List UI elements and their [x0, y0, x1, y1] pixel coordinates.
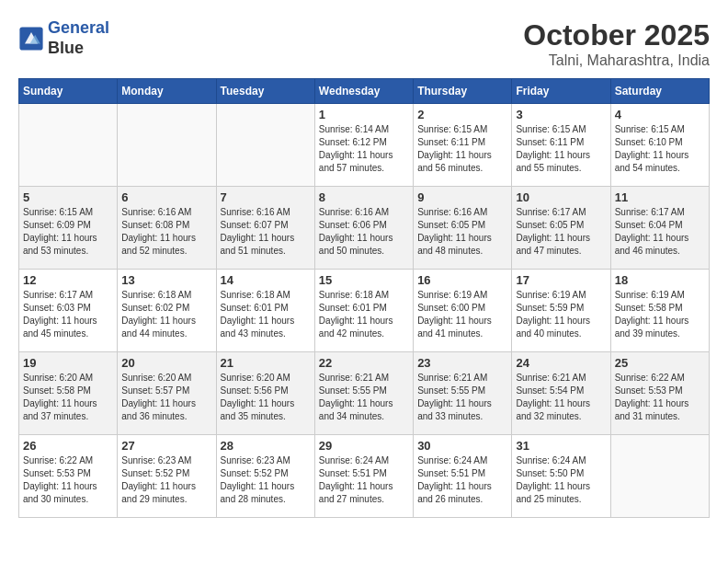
calendar-cell	[610, 435, 709, 518]
calendar-cell: 31Sunrise: 6:24 AM Sunset: 5:50 PM Dayli…	[512, 435, 610, 518]
calendar-cell: 26Sunrise: 6:22 AM Sunset: 5:53 PM Dayli…	[19, 435, 118, 518]
calendar-cell: 27Sunrise: 6:23 AM Sunset: 5:52 PM Dayli…	[118, 435, 216, 518]
calendar-cell: 6Sunrise: 6:16 AM Sunset: 6:08 PM Daylig…	[118, 187, 216, 270]
day-info: Sunrise: 6:15 AM Sunset: 6:10 PM Dayligh…	[615, 123, 705, 175]
day-number: 19	[23, 356, 113, 370]
day-info: Sunrise: 6:18 AM Sunset: 6:01 PM Dayligh…	[319, 289, 409, 340]
day-number: 15	[319, 273, 409, 287]
week-row-5: 26Sunrise: 6:22 AM Sunset: 5:53 PM Dayli…	[19, 435, 710, 518]
day-info: Sunrise: 6:21 AM Sunset: 5:54 PM Dayligh…	[516, 372, 606, 423]
calendar-cell: 24Sunrise: 6:21 AM Sunset: 5:54 PM Dayli…	[512, 352, 610, 435]
day-number: 8	[319, 190, 409, 204]
calendar-cell	[19, 104, 118, 187]
logo-line1: General	[48, 18, 109, 37]
day-info: Sunrise: 6:18 AM Sunset: 6:01 PM Dayligh…	[221, 289, 311, 340]
calendar-cell: 28Sunrise: 6:23 AM Sunset: 5:52 PM Dayli…	[216, 435, 314, 518]
calendar-cell: 25Sunrise: 6:22 AM Sunset: 5:53 PM Dayli…	[610, 352, 709, 435]
day-info: Sunrise: 6:17 AM Sunset: 6:03 PM Dayligh…	[23, 289, 113, 340]
week-row-1: 1Sunrise: 6:14 AM Sunset: 6:12 PM Daylig…	[19, 104, 710, 187]
day-info: Sunrise: 6:23 AM Sunset: 5:52 PM Dayligh…	[221, 454, 311, 506]
weekday-header-wednesday: Wednesday	[314, 79, 413, 104]
page-header: General Blue October 2025 Talni, Maharas…	[18, 18, 710, 69]
day-info: Sunrise: 6:16 AM Sunset: 6:08 PM Dayligh…	[121, 206, 211, 258]
day-info: Sunrise: 6:16 AM Sunset: 6:06 PM Dayligh…	[319, 206, 409, 258]
calendar-cell: 14Sunrise: 6:18 AM Sunset: 6:01 PM Dayli…	[216, 270, 314, 352]
day-info: Sunrise: 6:24 AM Sunset: 5:50 PM Dayligh…	[516, 454, 606, 506]
calendar-cell: 18Sunrise: 6:19 AM Sunset: 5:58 PM Dayli…	[610, 270, 709, 352]
title-block: October 2025 Talni, Maharashtra, India	[523, 18, 710, 69]
day-info: Sunrise: 6:17 AM Sunset: 6:05 PM Dayligh…	[516, 206, 606, 258]
day-number: 20	[121, 356, 211, 370]
day-number: 31	[516, 439, 606, 453]
day-number: 27	[121, 439, 211, 453]
day-number: 13	[121, 273, 211, 287]
calendar-cell: 11Sunrise: 6:17 AM Sunset: 6:04 PM Dayli…	[610, 187, 709, 270]
weekday-header-saturday: Saturday	[610, 79, 709, 104]
weekday-header-sunday: Sunday	[19, 79, 118, 104]
day-number: 10	[516, 190, 606, 204]
day-info: Sunrise: 6:16 AM Sunset: 6:05 PM Dayligh…	[417, 206, 507, 258]
calendar-cell: 2Sunrise: 6:15 AM Sunset: 6:11 PM Daylig…	[414, 104, 512, 187]
month-title: October 2025	[523, 18, 710, 52]
calendar-cell: 12Sunrise: 6:17 AM Sunset: 6:03 PM Dayli…	[19, 270, 118, 352]
day-info: Sunrise: 6:21 AM Sunset: 5:55 PM Dayligh…	[319, 372, 409, 423]
calendar-cell: 20Sunrise: 6:20 AM Sunset: 5:57 PM Dayli…	[118, 352, 216, 435]
calendar-cell: 10Sunrise: 6:17 AM Sunset: 6:05 PM Dayli…	[512, 187, 610, 270]
calendar-cell	[118, 104, 216, 187]
day-number: 22	[319, 356, 409, 370]
day-number: 4	[615, 108, 705, 121]
day-number: 14	[221, 273, 311, 287]
day-number: 26	[23, 439, 113, 453]
logo-icon	[18, 26, 44, 52]
logo-text: General Blue	[48, 18, 109, 58]
day-info: Sunrise: 6:22 AM Sunset: 5:53 PM Dayligh…	[23, 454, 113, 506]
day-number: 9	[417, 190, 507, 204]
day-info: Sunrise: 6:15 AM Sunset: 6:09 PM Dayligh…	[23, 206, 113, 258]
calendar-cell: 30Sunrise: 6:24 AM Sunset: 5:51 PM Dayli…	[414, 435, 512, 518]
location: Talni, Maharashtra, India	[523, 52, 710, 69]
calendar-cell: 13Sunrise: 6:18 AM Sunset: 6:02 PM Dayli…	[118, 270, 216, 352]
day-info: Sunrise: 6:21 AM Sunset: 5:55 PM Dayligh…	[417, 372, 507, 423]
calendar-cell: 5Sunrise: 6:15 AM Sunset: 6:09 PM Daylig…	[19, 187, 118, 270]
day-info: Sunrise: 6:14 AM Sunset: 6:12 PM Dayligh…	[319, 123, 409, 175]
day-info: Sunrise: 6:19 AM Sunset: 5:59 PM Dayligh…	[516, 289, 606, 340]
weekday-header-friday: Friday	[512, 79, 610, 104]
calendar-cell: 17Sunrise: 6:19 AM Sunset: 5:59 PM Dayli…	[512, 270, 610, 352]
day-info: Sunrise: 6:20 AM Sunset: 5:58 PM Dayligh…	[23, 372, 113, 423]
calendar-cell: 22Sunrise: 6:21 AM Sunset: 5:55 PM Dayli…	[314, 352, 413, 435]
day-number: 2	[417, 108, 507, 121]
weekday-header-tuesday: Tuesday	[216, 79, 314, 104]
day-info: Sunrise: 6:20 AM Sunset: 5:57 PM Dayligh…	[121, 372, 211, 423]
week-row-2: 5Sunrise: 6:15 AM Sunset: 6:09 PM Daylig…	[19, 187, 710, 270]
calendar-cell: 8Sunrise: 6:16 AM Sunset: 6:06 PM Daylig…	[314, 187, 413, 270]
calendar-cell: 19Sunrise: 6:20 AM Sunset: 5:58 PM Dayli…	[19, 352, 118, 435]
day-number: 25	[615, 356, 705, 370]
day-info: Sunrise: 6:24 AM Sunset: 5:51 PM Dayligh…	[417, 454, 507, 506]
calendar-cell: 16Sunrise: 6:19 AM Sunset: 6:00 PM Dayli…	[414, 270, 512, 352]
day-number: 29	[319, 439, 409, 453]
day-info: Sunrise: 6:19 AM Sunset: 5:58 PM Dayligh…	[615, 289, 705, 340]
day-info: Sunrise: 6:16 AM Sunset: 6:07 PM Dayligh…	[221, 206, 311, 258]
calendar-cell: 29Sunrise: 6:24 AM Sunset: 5:51 PM Dayli…	[314, 435, 413, 518]
day-info: Sunrise: 6:15 AM Sunset: 6:11 PM Dayligh…	[516, 123, 606, 175]
day-info: Sunrise: 6:17 AM Sunset: 6:04 PM Dayligh…	[615, 206, 705, 258]
logo-line2: Blue	[48, 39, 109, 59]
day-number: 30	[417, 439, 507, 453]
day-info: Sunrise: 6:23 AM Sunset: 5:52 PM Dayligh…	[121, 454, 211, 506]
calendar-cell: 4Sunrise: 6:15 AM Sunset: 6:10 PM Daylig…	[610, 104, 709, 187]
day-info: Sunrise: 6:24 AM Sunset: 5:51 PM Dayligh…	[319, 454, 409, 506]
calendar-cell: 3Sunrise: 6:15 AM Sunset: 6:11 PM Daylig…	[512, 104, 610, 187]
logo: General Blue	[18, 18, 109, 58]
day-number: 18	[615, 273, 705, 287]
day-number: 21	[221, 356, 311, 370]
weekday-header-thursday: Thursday	[414, 79, 512, 104]
day-number: 5	[23, 190, 113, 204]
week-row-4: 19Sunrise: 6:20 AM Sunset: 5:58 PM Dayli…	[19, 352, 710, 435]
day-info: Sunrise: 6:19 AM Sunset: 6:00 PM Dayligh…	[417, 289, 507, 340]
day-number: 1	[319, 108, 409, 121]
weekday-header-monday: Monday	[118, 79, 216, 104]
day-number: 24	[516, 356, 606, 370]
weekday-header-row: SundayMondayTuesdayWednesdayThursdayFrid…	[19, 79, 710, 104]
calendar-cell: 21Sunrise: 6:20 AM Sunset: 5:56 PM Dayli…	[216, 352, 314, 435]
day-info: Sunrise: 6:22 AM Sunset: 5:53 PM Dayligh…	[615, 372, 705, 423]
